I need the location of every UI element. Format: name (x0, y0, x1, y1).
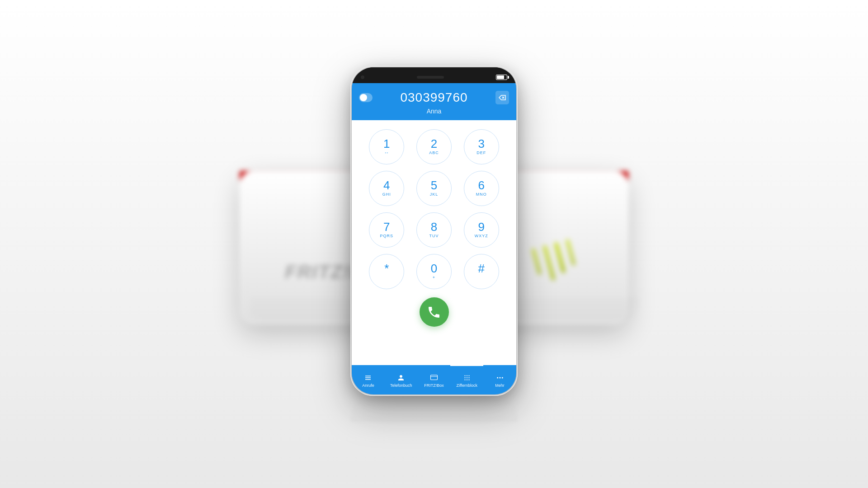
svg-rect-2 (430, 375, 437, 380)
svg-point-7 (464, 377, 465, 378)
svg-point-9 (468, 377, 469, 378)
dial-key-3[interactable]: 3 DEF (464, 129, 499, 164)
phone-inner: 030399760 Anna (352, 67, 516, 394)
dial-key-5[interactable]: 5 JKL (416, 171, 452, 206)
svg-point-15 (501, 377, 503, 379)
svg-point-8 (467, 377, 467, 378)
svg-point-5 (467, 375, 467, 376)
dialpad-area: 1 ◦◦ 2 ABC 3 DEF (352, 120, 516, 365)
dial-key-2[interactable]: 2 ABC (416, 129, 452, 164)
svg-point-14 (499, 377, 500, 379)
nav-item-fritzbox[interactable]: FRITZ!Box (418, 365, 451, 394)
battery-icon (496, 75, 507, 80)
nav-label-mehr: Mehr (495, 383, 505, 388)
camera-icon (361, 75, 364, 79)
anrufe-icon (363, 374, 373, 382)
mehr-icon (495, 374, 505, 382)
nav-label-anrufe: Anrufe (362, 383, 374, 388)
telefonbuch-icon (396, 374, 406, 382)
svg-point-6 (468, 375, 469, 376)
nav-item-ziffernblock[interactable]: Ziffernblock (450, 365, 483, 394)
toggle-button[interactable] (359, 91, 373, 104)
ziffernblock-icon (462, 374, 472, 382)
toggle-icon (359, 93, 373, 102)
nav-label-telefonbuch: Telefonbuch (390, 383, 412, 388)
call-button[interactable] (420, 297, 449, 327)
background: FRITZ!Box (0, 0, 868, 488)
speaker-grill (417, 76, 444, 79)
svg-point-10 (464, 379, 465, 380)
nav-item-mehr[interactable]: Mehr (483, 365, 516, 394)
svg-point-13 (497, 377, 498, 379)
nav-label-fritzbox: FRITZ!Box (424, 383, 444, 388)
phone-screen: 030399760 Anna (352, 83, 516, 394)
nav-label-ziffernblock: Ziffernblock (457, 383, 477, 388)
clear-button[interactable] (495, 91, 509, 104)
router-leds (531, 239, 578, 284)
dial-key-4[interactable]: 4 GHI (369, 171, 404, 206)
dial-key-9[interactable]: 9 WXYZ (464, 212, 499, 248)
dialer-header: 030399760 Anna (352, 83, 516, 120)
svg-point-11 (467, 379, 467, 380)
phone-number-display: 030399760 (373, 90, 495, 105)
fritzbox-icon (429, 374, 439, 382)
nav-item-telefonbuch[interactable]: Telefonbuch (385, 365, 418, 394)
phone-reflection (350, 395, 518, 422)
svg-point-12 (468, 379, 469, 380)
dial-key-1[interactable]: 1 ◦◦ (369, 129, 404, 164)
status-bar (352, 67, 516, 83)
contact-name: Anna (427, 108, 442, 115)
nav-item-anrufe[interactable]: Anrufe (352, 365, 385, 394)
dial-key-0[interactable]: 0 + (416, 254, 452, 289)
call-button-wrapper (420, 297, 449, 327)
dial-key-7[interactable]: 7 PQRS (369, 212, 404, 248)
svg-point-4 (464, 375, 465, 376)
bottom-navigation: Anrufe Telefonbuch FRITZ (352, 365, 516, 394)
dialpad-grid: 1 ◦◦ 2 ABC 3 DEF (366, 129, 502, 289)
dial-key-6[interactable]: 6 MNO (464, 171, 499, 206)
phone-outer-shell: 030399760 Anna (350, 66, 518, 396)
dial-key-hash[interactable]: # (464, 254, 499, 289)
dial-key-8[interactable]: 8 TUV (416, 212, 452, 248)
phone-device: 030399760 Anna (350, 66, 518, 422)
dial-key-star[interactable]: * (369, 254, 404, 289)
